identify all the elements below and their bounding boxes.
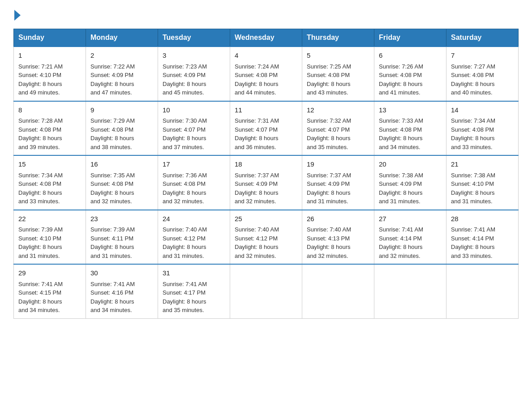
day-number: 26 bbox=[307, 214, 369, 224]
day-daylight-min: and 32 minutes. bbox=[235, 253, 276, 259]
day-daylight: Daylight: 8 hours bbox=[235, 189, 279, 196]
day-sunrise: Sunrise: 7:25 AM bbox=[307, 63, 351, 70]
day-sunrise: Sunrise: 7:40 AM bbox=[307, 226, 351, 233]
weekday-header-friday: Friday bbox=[374, 29, 446, 47]
calendar-cell: 11 Sunrise: 7:31 AM Sunset: 4:07 PM Dayl… bbox=[230, 101, 302, 156]
day-sunrise: Sunrise: 7:31 AM bbox=[235, 117, 279, 124]
day-daylight: Daylight: 8 hours bbox=[451, 189, 495, 196]
calendar-cell: 30 Sunrise: 7:41 AM Sunset: 4:16 PM Dayl… bbox=[86, 264, 158, 318]
day-sunset: Sunset: 4:08 PM bbox=[18, 180, 61, 187]
day-daylight-min: and 32 minutes. bbox=[90, 198, 132, 205]
day-number: 10 bbox=[163, 105, 225, 116]
day-daylight-min: and 31 minutes. bbox=[163, 253, 204, 259]
day-number: 16 bbox=[90, 159, 153, 170]
weekday-header-sunday: Sunday bbox=[14, 29, 86, 47]
day-sunrise: Sunrise: 7:27 AM bbox=[451, 63, 495, 70]
day-sunrise: Sunrise: 7:38 AM bbox=[379, 172, 423, 179]
day-daylight-min: and 39 minutes. bbox=[18, 144, 60, 150]
day-number: 7 bbox=[451, 51, 514, 61]
day-sunset: Sunset: 4:09 PM bbox=[379, 180, 422, 187]
day-sunrise: Sunrise: 7:41 AM bbox=[451, 226, 495, 233]
day-daylight-min: and 44 minutes. bbox=[235, 89, 276, 96]
day-daylight-min: and 40 minutes. bbox=[451, 89, 493, 96]
day-daylight-min: and 36 minutes. bbox=[235, 144, 276, 150]
day-daylight-min: and 43 minutes. bbox=[307, 89, 348, 96]
day-sunset: Sunset: 4:08 PM bbox=[163, 180, 206, 187]
day-sunrise: Sunrise: 7:28 AM bbox=[18, 117, 63, 124]
day-daylight-min: and 34 minutes. bbox=[379, 144, 420, 150]
day-daylight: Daylight: 8 hours bbox=[235, 244, 279, 250]
calendar-cell: 14 Sunrise: 7:34 AM Sunset: 4:08 PM Dayl… bbox=[446, 101, 519, 156]
calendar-cell: 28 Sunrise: 7:41 AM Sunset: 4:14 PM Dayl… bbox=[446, 210, 519, 265]
day-sunset: Sunset: 4:08 PM bbox=[307, 72, 350, 78]
day-sunset: Sunset: 4:08 PM bbox=[18, 126, 61, 133]
day-daylight-min: and 38 minutes. bbox=[90, 144, 132, 150]
day-daylight-min: and 34 minutes. bbox=[18, 307, 60, 313]
day-sunrise: Sunrise: 7:34 AM bbox=[18, 172, 63, 179]
day-sunset: Sunset: 4:08 PM bbox=[235, 72, 278, 78]
day-sunrise: Sunrise: 7:37 AM bbox=[235, 172, 279, 179]
day-daylight: Daylight: 8 hours bbox=[90, 244, 134, 250]
day-number: 9 bbox=[90, 105, 153, 116]
calendar-cell: 24 Sunrise: 7:40 AM Sunset: 4:12 PM Dayl… bbox=[158, 210, 230, 265]
calendar-cell bbox=[446, 264, 519, 318]
calendar-cell: 21 Sunrise: 7:38 AM Sunset: 4:10 PM Dayl… bbox=[446, 155, 519, 210]
day-sunrise: Sunrise: 7:41 AM bbox=[379, 226, 423, 233]
calendar-cell: 15 Sunrise: 7:34 AM Sunset: 4:08 PM Dayl… bbox=[14, 155, 86, 210]
day-sunrise: Sunrise: 7:34 AM bbox=[451, 117, 495, 124]
day-sunset: Sunset: 4:08 PM bbox=[90, 180, 133, 187]
day-sunrise: Sunrise: 7:40 AM bbox=[163, 226, 207, 233]
calendar-cell: 27 Sunrise: 7:41 AM Sunset: 4:14 PM Dayl… bbox=[374, 210, 446, 265]
day-daylight-min: and 33 minutes. bbox=[451, 253, 493, 259]
weekday-header-monday: Monday bbox=[86, 29, 158, 47]
day-daylight: Daylight: 8 hours bbox=[18, 81, 62, 87]
day-daylight-min: and 32 minutes. bbox=[235, 198, 276, 205]
day-number: 23 bbox=[90, 214, 153, 224]
day-sunset: Sunset: 4:14 PM bbox=[451, 235, 494, 242]
day-daylight-min: and 31 minutes. bbox=[379, 198, 420, 205]
day-sunset: Sunset: 4:15 PM bbox=[18, 289, 61, 296]
day-number: 2 bbox=[90, 51, 153, 61]
calendar-cell: 2 Sunrise: 7:22 AM Sunset: 4:09 PM Dayli… bbox=[86, 47, 158, 101]
day-daylight-min: and 32 minutes. bbox=[163, 198, 204, 205]
day-number: 11 bbox=[235, 105, 297, 116]
day-number: 8 bbox=[18, 105, 81, 116]
day-number: 20 bbox=[379, 159, 442, 170]
day-number: 13 bbox=[379, 105, 442, 116]
day-daylight-min: and 33 minutes. bbox=[18, 198, 60, 205]
day-sunset: Sunset: 4:17 PM bbox=[163, 289, 206, 296]
day-number: 12 bbox=[307, 105, 369, 116]
day-number: 28 bbox=[451, 214, 514, 224]
calendar-cell: 19 Sunrise: 7:37 AM Sunset: 4:09 PM Dayl… bbox=[302, 155, 374, 210]
weekday-header-thursday: Thursday bbox=[302, 29, 374, 47]
day-daylight: Daylight: 8 hours bbox=[451, 81, 495, 87]
day-daylight: Daylight: 8 hours bbox=[379, 244, 423, 250]
day-number: 3 bbox=[163, 51, 225, 61]
day-number: 5 bbox=[307, 51, 369, 61]
day-sunset: Sunset: 4:08 PM bbox=[451, 72, 494, 78]
day-sunset: Sunset: 4:12 PM bbox=[163, 235, 206, 242]
logo bbox=[13, 9, 21, 21]
calendar-cell: 1 Sunrise: 7:21 AM Sunset: 4:10 PM Dayli… bbox=[14, 47, 86, 101]
calendar-cell: 23 Sunrise: 7:39 AM Sunset: 4:11 PM Dayl… bbox=[86, 210, 158, 265]
day-daylight-min: and 35 minutes. bbox=[163, 307, 204, 313]
day-daylight: Daylight: 8 hours bbox=[235, 81, 279, 87]
day-daylight-min: and 34 minutes. bbox=[90, 307, 132, 313]
day-daylight: Daylight: 8 hours bbox=[451, 135, 495, 141]
day-daylight: Daylight: 8 hours bbox=[379, 189, 423, 196]
day-sunrise: Sunrise: 7:22 AM bbox=[90, 63, 135, 70]
day-number: 24 bbox=[163, 214, 225, 224]
day-daylight-min: and 47 minutes. bbox=[90, 89, 132, 96]
day-daylight-min: and 33 minutes. bbox=[451, 144, 493, 150]
day-number: 1 bbox=[18, 51, 81, 61]
day-sunset: Sunset: 4:10 PM bbox=[451, 180, 494, 187]
day-number: 15 bbox=[18, 159, 81, 170]
day-number: 30 bbox=[90, 268, 153, 278]
calendar-cell: 8 Sunrise: 7:28 AM Sunset: 4:08 PM Dayli… bbox=[14, 101, 86, 156]
day-daylight: Daylight: 8 hours bbox=[90, 298, 134, 305]
day-daylight: Daylight: 8 hours bbox=[163, 244, 206, 250]
day-sunset: Sunset: 4:09 PM bbox=[235, 180, 278, 187]
calendar-cell: 10 Sunrise: 7:30 AM Sunset: 4:07 PM Dayl… bbox=[158, 101, 230, 156]
week-row-2: 8 Sunrise: 7:28 AM Sunset: 4:08 PM Dayli… bbox=[14, 101, 519, 156]
day-number: 17 bbox=[163, 159, 225, 170]
